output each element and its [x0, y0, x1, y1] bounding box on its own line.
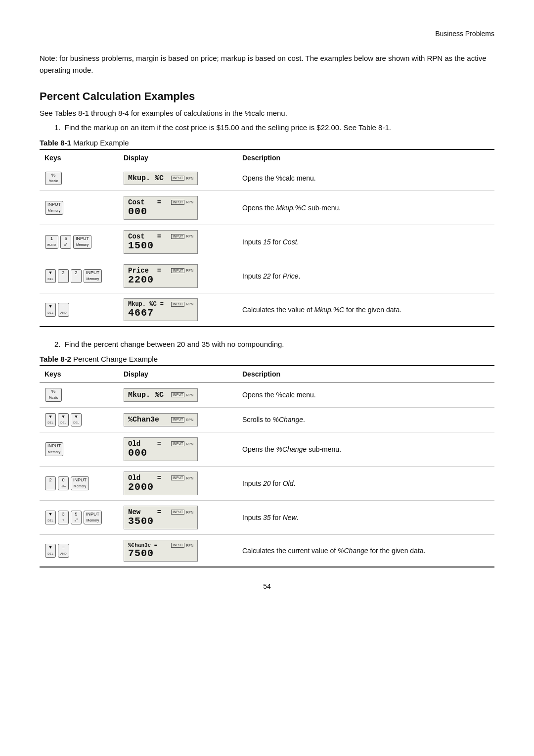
display-cell: %Chan3e INPUT RPN [119, 407, 237, 432]
key-input: INPUTMemory [73, 235, 91, 248]
col-display-2: Display [119, 366, 237, 382]
keys-cell: ▼DEL 2 2 INPUTMemory [40, 259, 119, 293]
key-2a: 2 [58, 269, 69, 283]
display-cell: Cost = INPUT RPN 1500 [119, 225, 237, 259]
desc-cell: Inputs 22 for Price. [237, 259, 494, 293]
display-cell: Mkup. %C = INPUT RPN 4667 [119, 293, 237, 327]
col-display-1: Display [119, 149, 237, 166]
desc-cell: Opens the %calc menu. [237, 166, 494, 190]
keys-cell: %%calc [40, 382, 119, 407]
problem-2: 2. Find the percent change between 20 an… [54, 339, 494, 350]
table-row: %%calc Mkup. %C INPUT RPN Opens the %cal… [40, 166, 494, 190]
keys-cell: 2 0nFv INPUTMemory [40, 467, 119, 501]
key-2b: 2 [71, 269, 82, 283]
section-title: Percent Calculation Examples [40, 90, 494, 103]
key-5: 5ex [60, 235, 71, 248]
desc-cell: Opens the Mkup.%C sub-menu. [237, 190, 494, 225]
display-cell: Old = INPUT RPN 000 [119, 432, 237, 467]
key-1: 1BURD [45, 235, 58, 248]
display-cell: Price = INPUT RPN 2200 [119, 259, 237, 293]
desc-cell: Calculates the value of Mkup.%C for the … [237, 293, 494, 327]
input-memory-key: INPUTMemory [45, 201, 63, 214]
display-cell: Cost = INPUT RPN 000 [119, 190, 237, 225]
key-down-c: ▼DEL [71, 413, 82, 426]
keys-cell: ▼DEL =AND [40, 535, 119, 567]
table-row: ▼DEL =AND %Chan3e = INPUT RPN 7500 Cal [40, 535, 494, 567]
keys-cell: %%calc [40, 166, 119, 190]
key-equals-2: =AND [58, 544, 69, 557]
display-cell: Mkup. %C INPUT RPN [119, 382, 237, 407]
table-row: ▼DEL 37 5ex INPUTMemory New = INPUT RPN [40, 501, 494, 535]
desc-cell: Inputs 35 for New. [237, 501, 494, 535]
display-cell: %Chan3e = INPUT RPN 7500 [119, 535, 237, 567]
key-0: 0nFv [58, 476, 69, 490]
pct-calc-key: %%calc [45, 172, 62, 185]
key-input: INPUTMemory [84, 269, 102, 283]
intro-text: Note: for business problems, margin is b… [40, 52, 494, 76]
col-keys-2: Keys [40, 366, 119, 382]
key-2: 2 [45, 476, 56, 490]
col-desc-1: Description [237, 149, 494, 166]
table-row: ▼DEL =AND Mkup. %C = INPUT RPN 4667 Ca [40, 293, 494, 327]
key-3: 37 [58, 511, 69, 524]
key-5b: 5ex [71, 511, 82, 524]
desc-cell: Opens the %Change sub-menu. [237, 432, 494, 467]
page-number: 54 [40, 582, 494, 590]
section-intro: See Tables 8-1 through 8-4 for examples … [40, 109, 494, 117]
keys-cell: 1BURD 5ex INPUTMemory [40, 225, 119, 259]
pct-calc-key-2: %%calc [45, 388, 62, 401]
table-1: Keys Display Description %%calc Mkup. %C… [40, 149, 494, 327]
desc-cell: Calculates the current value of %Change … [237, 535, 494, 567]
table-row: 1BURD 5ex INPUTMemory Cost = INPUT RPN 1… [40, 225, 494, 259]
key-down: ▼DEL [45, 269, 56, 283]
table-row: ▼DEL 2 2 INPUTMemory Price = INPUT RPN [40, 259, 494, 293]
key-equals: =AND [58, 303, 69, 316]
keys-cell: INPUTMemory [40, 190, 119, 225]
display-cell: Old = INPUT RPN 2000 [119, 467, 237, 501]
key-input-2: INPUTMemory [71, 476, 89, 490]
desc-cell: Inputs 20 for Old. [237, 467, 494, 501]
table-row: 2 0nFv INPUTMemory Old = INPUT RPN 2000 [40, 467, 494, 501]
keys-cell: ▼DEL 37 5ex INPUTMemory [40, 501, 119, 535]
table-row: %%calc Mkup. %C INPUT RPN Opens the %cal… [40, 382, 494, 407]
desc-cell: Inputs 15 for Cost. [237, 225, 494, 259]
key-down-b: ▼DEL [58, 413, 69, 426]
key-down-3: ▼DEL [45, 511, 56, 524]
table-2-label: Table 8-2 Percent Change Example [40, 355, 494, 363]
table-row: INPUTMemory Old = INPUT RPN 000 Opens th… [40, 432, 494, 467]
keys-cell: INPUTMemory [40, 432, 119, 467]
input-memory-key-2: INPUTMemory [45, 442, 63, 456]
key-down-a: ▼DEL [45, 413, 56, 426]
table-1-label: Table 8-1 Markup Example [40, 139, 494, 147]
desc-cell: Scrolls to %Change. [237, 407, 494, 432]
table-row: INPUTMemory Cost = INPUT RPN 000 Opens t… [40, 190, 494, 225]
key-input-3: INPUTMemory [84, 511, 102, 524]
display-cell: Mkup. %C INPUT RPN [119, 166, 237, 190]
desc-cell: Opens the %calc menu. [237, 382, 494, 407]
table-row: ▼DEL ▼DEL ▼DEL %Chan3e INPUT RPN Scrol [40, 407, 494, 432]
key-down-4: ▼DEL [45, 544, 56, 557]
page-header: Business Problems [40, 30, 494, 38]
keys-cell: ▼DEL ▼DEL ▼DEL [40, 407, 119, 432]
col-keys-1: Keys [40, 149, 119, 166]
key-down2: ▼DEL [45, 303, 56, 316]
col-desc-2: Description [237, 366, 494, 382]
problem-1: 1. Find the markup on an item if the cos… [54, 122, 494, 134]
table-2: Keys Display Description %%calc Mkup. %C… [40, 365, 494, 567]
display-cell: New = INPUT RPN 3500 [119, 501, 237, 535]
keys-cell: ▼DEL =AND [40, 293, 119, 327]
